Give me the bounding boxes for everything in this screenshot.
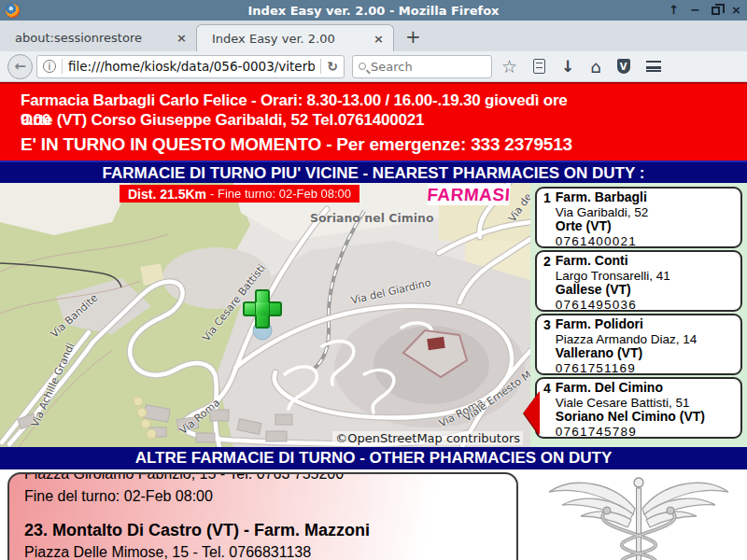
- home-icon[interactable]: ⌂: [590, 57, 600, 77]
- pharmacy-phone: 0761495036: [556, 298, 670, 313]
- menu-icon[interactable]: [646, 61, 661, 72]
- tab-close-icon[interactable]: ×: [374, 32, 384, 46]
- pharmacy-city: Orte (VT): [556, 219, 649, 234]
- other-pharmacies-header: ALTRE FARMACIE DI TURNO - OTHER PHARMACI…: [0, 447, 747, 469]
- new-tab-button[interactable]: +: [394, 25, 432, 51]
- shift-end-line: Fine del turno: 02-Feb 08:00: [24, 488, 501, 505]
- alert-on-duty-line: E' IN TURNO IN QUESTO MOMENTO - Per emer…: [21, 133, 747, 157]
- divider: [62, 59, 63, 74]
- pharmacy-card-2: 2 Farm. Conti Largo Tronsarelli, 41 Gall…: [535, 250, 742, 312]
- alert-line2-overlap: 9.00: [21, 110, 50, 130]
- window-title: Index Easy ver. 2.00 - Mozilla Firefox: [0, 4, 747, 18]
- other-pharmacies-section: Piazza Girolamo Fabrizio, 15 - Tel. 0763…: [0, 469, 747, 560]
- pharmacy-city: Soriano Nel Cimino (VT): [556, 410, 705, 425]
- window-titlebar[interactable]: Index Easy ver. 2.00 - Mozilla Firefox ↑…: [0, 0, 747, 21]
- pharmacy-phone: 0761745789: [556, 425, 705, 440]
- map-canvas: Soriano nel Cimino Via Bandite Via Achil…: [0, 183, 530, 447]
- divider: [320, 59, 321, 74]
- firefox-icon: [6, 4, 20, 18]
- pharmacy-address: Viale Cesare Battisti, 51: [556, 396, 705, 411]
- osm-attribution: ©OpenStreetMap contributors: [332, 431, 523, 445]
- pharmacy-address: Via Garibaldi, 52: [556, 205, 649, 220]
- other-pharmacy-address: Piazza Delle Mimose, 15 - Tel. 076683113…: [24, 544, 501, 560]
- pharmacy-phone: 0761400021: [556, 234, 649, 249]
- tab-bar: about:sessionrestore × Index Easy ver. 2…: [0, 21, 747, 51]
- pharmacy-number: 3: [543, 317, 551, 371]
- url-bar[interactable]: i ↻: [36, 55, 345, 78]
- tab-label: Index Easy ver. 2.00: [212, 32, 366, 46]
- nearest-pharmacies-header: FARMACIE DI TURNO PIU' VICINE - NEAREST …: [0, 161, 747, 183]
- pharmacy-name: Farm. Polidori: [556, 317, 698, 332]
- on-duty-arrow-icon: [524, 391, 540, 435]
- other-pharmacies-marquee: Piazza Girolamo Fabrizio, 15 - Tel. 0763…: [7, 472, 518, 560]
- alert-line2: Orte (VT) Corso Giuseppe Garibaldi, 52 T…: [21, 110, 424, 130]
- clipped-line: Piazza Girolamo Fabrizio, 15 - Tel. 0763…: [24, 474, 501, 485]
- site-info-icon[interactable]: i: [43, 60, 56, 73]
- farmasi-logo: FARMASI: [427, 184, 511, 205]
- pin-window-button[interactable]: ↑: [669, 0, 679, 21]
- pharmacy-number: 1: [543, 190, 551, 245]
- alert-line1: Farmacia Barbagli Carlo Felice - Orari: …: [21, 91, 747, 110]
- caduceus-icon: [542, 473, 738, 560]
- tab-close-icon[interactable]: ×: [176, 31, 187, 45]
- reload-icon[interactable]: ↻: [327, 59, 338, 74]
- shift-end-value: - Fine turno: 02-Feb 08:00: [210, 187, 351, 201]
- pharmacy-address: Piazza Armando Diaz, 14: [556, 332, 698, 347]
- tab-label: about:sessionrestore: [15, 31, 169, 45]
- nearest-pharmacies-list: 1 Farm. Barbagli Via Garibaldi, 52 Orte …: [530, 183, 747, 447]
- distance-value: Dist. 21.5Km: [128, 187, 206, 202]
- distance-label: Dist. 21.5Km - Fine turno: 02-Feb 08:00: [120, 185, 359, 203]
- town-label: Soriano nel Cimino: [310, 211, 434, 225]
- download-icon[interactable]: ↓: [561, 57, 574, 76]
- pharmacy-name: Farm. Conti: [556, 254, 670, 269]
- pharmacy-city: Vallerano (VT): [556, 346, 698, 361]
- bookmark-star-icon[interactable]: ☆: [501, 56, 517, 77]
- pharmacy-phone: 0761751169: [556, 361, 698, 376]
- search-icon: [359, 63, 366, 70]
- pharmacy-card-1: 1 Farm. Barbagli Via Garibaldi, 52 Orte …: [535, 187, 742, 248]
- tab-index-easy[interactable]: Index Easy ver. 2.00 ×: [196, 24, 394, 51]
- navigation-toolbar: ← i ↻ ☆ ↓ ⌂ V: [0, 51, 747, 82]
- pharmacy-address: Largo Tronsarelli, 41: [556, 269, 670, 284]
- other-pharmacy-title: 23. Montalto Di Castro (VT) - Farm. Mazz…: [24, 521, 501, 540]
- pharmacy-name: Farm. Barbagli: [556, 190, 649, 205]
- pharmacy-city: Gallese (VT): [556, 283, 670, 298]
- pharmacy-number: 4: [543, 381, 551, 435]
- back-button[interactable]: ←: [7, 54, 33, 79]
- url-input[interactable]: [68, 59, 315, 74]
- pharmacy-alert-banner: Farmacia Barbagli Carlo Felice - Orari: …: [0, 82, 747, 161]
- shield-addon-icon[interactable]: V: [617, 59, 630, 74]
- firefox-window: Index Easy ver. 2.00 - Mozilla Firefox ↑…: [0, 0, 747, 560]
- minimize-button[interactable]: −: [690, 0, 700, 21]
- pharmacy-name: Farm. Del Cimino: [556, 381, 705, 396]
- pharmacy-card-4: 4 Farm. Del Cimino Viale Cesare Battisti…: [535, 377, 742, 439]
- tab-sessionrestore[interactable]: about:sessionrestore ×: [0, 24, 196, 51]
- pharmacy-number: 2: [543, 254, 551, 308]
- pharmacy-card-3: 3 Farm. Polidori Piazza Armando Diaz, 14…: [535, 314, 742, 375]
- search-bar[interactable]: [352, 55, 492, 78]
- bookmarks-sidebar-icon[interactable]: [533, 59, 545, 74]
- close-button[interactable]: ×: [731, 0, 741, 21]
- restore-button[interactable]: [712, 7, 720, 15]
